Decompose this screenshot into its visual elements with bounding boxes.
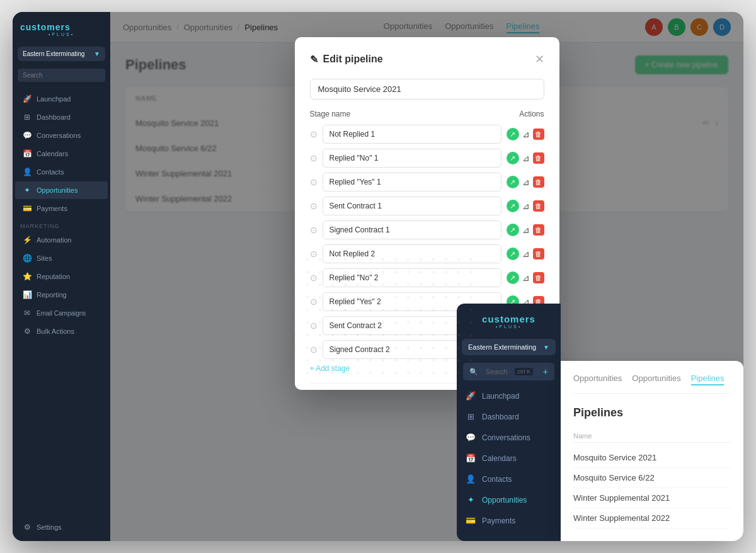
popup-nav-contacts[interactable]: 👤 Contacts: [457, 469, 561, 489]
stage-action-green-btn-7[interactable]: ↗: [507, 271, 519, 284]
sidebar-item-contacts[interactable]: 👤 Contacts: [15, 163, 108, 181]
stage-delete-btn-3[interactable]: 🗑: [533, 176, 544, 188]
drag-handle-icon[interactable]: ⊙: [310, 153, 318, 163]
stage-input-2[interactable]: [323, 149, 501, 168]
sidebar-item-payments[interactable]: 💳 Payments: [15, 200, 108, 217]
sidebar-item-email-campaigns[interactable]: ✉ Email Campaigns: [15, 304, 108, 322]
filter-icon-1[interactable]: ⊿: [522, 129, 530, 139]
calendars-icon: 📅: [466, 453, 476, 463]
filter-icon-3[interactable]: ⊿: [522, 177, 530, 187]
stage-action-green-btn-1[interactable]: ↗: [507, 128, 519, 140]
chevron-down-icon: ▼: [94, 50, 100, 57]
stage-row-3: ⊙ ↗ ⊿ 🗑: [310, 173, 544, 191]
stage-action-icons: ↗ ⊿ 🗑: [507, 248, 544, 260]
popup-nav-label: Contacts: [482, 475, 512, 484]
popup-nav-dashboard[interactable]: ⊞ Dashboard: [457, 406, 561, 427]
drag-handle-icon[interactable]: ⊙: [310, 225, 318, 235]
payments-icon: 💳: [466, 516, 476, 525]
filter-icon-6[interactable]: ⊿: [522, 249, 530, 259]
stage-action-icons: ↗ ⊿ 🗑: [507, 200, 544, 212]
popup-nav-launchpad[interactable]: 🚀 Launchpad: [457, 385, 561, 406]
stage-action-green-btn-4[interactable]: ↗: [507, 200, 519, 212]
stage-action-icons: ↗ ⊿ 🗑: [507, 224, 544, 236]
search-input[interactable]: [18, 69, 105, 82]
sidebar-account[interactable]: Eastern Exterminating ▼: [18, 47, 105, 61]
filter-icon-4[interactable]: ⊿: [522, 201, 530, 211]
popup-tab-pipelines[interactable]: Pipelines: [691, 373, 724, 385]
sidebar-item-label: Payments: [37, 205, 67, 212]
sidebar-item-reporting[interactable]: 📊 Reporting: [15, 286, 108, 304]
opportunities-icon: ✦: [23, 186, 32, 195]
popup-table-row-1[interactable]: Mosquito Service 2021: [573, 448, 731, 468]
email-icon: ✉: [23, 309, 32, 317]
modal-close-button[interactable]: ✕: [535, 52, 544, 66]
stage-delete-btn-7[interactable]: 🗑: [533, 272, 544, 283]
main-content: Opportunities / Opportunities / Pipeline…: [110, 12, 743, 541]
popup-content: Opportunities Opportunities Pipelines Pi…: [561, 361, 743, 541]
sidebar-item-label: Reputation: [37, 273, 70, 280]
sidebar-item-automation[interactable]: ⚡ Automation: [15, 231, 108, 249]
sidebar-item-bulk-actions[interactable]: ⚙ Bulk Actions: [15, 322, 108, 340]
filter-icon-7[interactable]: ⊿: [522, 273, 530, 283]
stage-row-4: ⊙ ↗ ⊿ 🗑: [310, 197, 544, 215]
popup-nav-label: Calendars: [482, 454, 517, 463]
popup-nav-calendars[interactable]: 📅 Calendars: [457, 448, 561, 469]
sidebar-item-label: Automation: [37, 236, 72, 244]
popup-nav-conversations[interactable]: 💬 Conversations: [457, 427, 561, 448]
stage-action-green-btn-6[interactable]: ↗: [507, 248, 519, 260]
popup-table-row-2[interactable]: Mosquito Service 6/22: [573, 468, 731, 488]
bulk-actions-icon: ⚙: [23, 327, 32, 336]
drag-handle-icon[interactable]: ⊙: [310, 201, 318, 211]
drag-handle-icon[interactable]: ⊙: [310, 177, 318, 187]
sidebar-item-label: Email Campaigns: [37, 310, 86, 317]
actions-label: Actions: [519, 110, 544, 118]
stage-input-1[interactable]: [323, 125, 501, 144]
popup-page-title: Pipelines: [573, 406, 731, 419]
popup-overlay: customers •PLUS• Eastern Exterminating ▼…: [457, 304, 743, 541]
sidebar-item-label: Launchpad: [37, 95, 71, 103]
stage-delete-btn-6[interactable]: 🗑: [533, 248, 544, 259]
stage-row-2: ⊙ ↗ ⊿ 🗑: [310, 149, 544, 168]
popup-nav-label: Payments: [482, 516, 515, 525]
sidebar-item-opportunities[interactable]: ✦ Opportunities: [15, 181, 108, 199]
filter-icon-5[interactable]: ⊿: [522, 225, 530, 235]
stage-input-4[interactable]: [323, 197, 501, 215]
stage-delete-btn-2[interactable]: 🗑: [533, 152, 544, 164]
marketing-section-label: Marketing: [13, 218, 110, 231]
popup-nav-payments[interactable]: 💳 Payments: [457, 510, 561, 531]
popup-nav-label: Dashboard: [482, 413, 519, 421]
popup-tab-opportunities[interactable]: Opportunities: [573, 373, 622, 385]
pipeline-name-input[interactable]: [310, 79, 544, 100]
stage-action-green-btn-2[interactable]: ↗: [507, 152, 519, 164]
stage-input-3[interactable]: [323, 173, 501, 191]
sidebar-item-reputation[interactable]: ⭐ Reputation: [15, 268, 108, 285]
stage-input-5[interactable]: [323, 220, 501, 239]
sidebar-item-label: Contacts: [37, 168, 64, 176]
sidebar-item-label: Bulk Actions: [37, 328, 74, 335]
stage-delete-btn-4[interactable]: 🗑: [533, 200, 544, 212]
popup-tab-opportunities-sub[interactable]: Opportunities: [632, 373, 680, 385]
sidebar-item-conversations[interactable]: 💬 Conversations: [15, 127, 108, 144]
stage-delete-btn-5[interactable]: 🗑: [533, 224, 544, 236]
popup-table-row-4[interactable]: Winter Supplemental 2022: [573, 508, 731, 528]
launchpad-icon: 🚀: [466, 391, 476, 401]
stage-action-green-btn-3[interactable]: ↗: [507, 176, 519, 188]
drag-handle-icon[interactable]: ⊙: [310, 129, 318, 139]
payments-icon: 💳: [23, 204, 32, 213]
sidebar-item-dashboard[interactable]: ⊞ Dashboard: [15, 108, 108, 126]
sidebar-item-launchpad[interactable]: 🚀 Launchpad: [15, 90, 108, 108]
reporting-icon: 📊: [23, 290, 32, 299]
popup-tabs: Opportunities Opportunities Pipelines: [573, 373, 731, 394]
plus-icon[interactable]: +: [543, 367, 548, 377]
stage-action-icons: ↗ ⊿ 🗑: [507, 176, 544, 188]
stage-delete-btn-1[interactable]: 🗑: [533, 128, 544, 140]
stage-action-icons: ↗ ⊿ 🗑: [507, 152, 544, 164]
sidebar-item-sites[interactable]: 🌐 Sites: [15, 249, 108, 267]
launchpad-icon: 🚀: [23, 94, 32, 103]
sidebar-item-settings[interactable]: ⚙ Settings: [15, 518, 108, 536]
filter-icon-2[interactable]: ⊿: [522, 153, 530, 163]
popup-nav-opportunities[interactable]: ✦ Opportunities: [457, 489, 561, 510]
stage-action-green-btn-5[interactable]: ↗: [507, 224, 519, 236]
sidebar-item-calendars[interactable]: 📅 Calendars: [15, 145, 108, 162]
popup-table-row-3[interactable]: Winter Supplemental 2021: [573, 488, 731, 508]
